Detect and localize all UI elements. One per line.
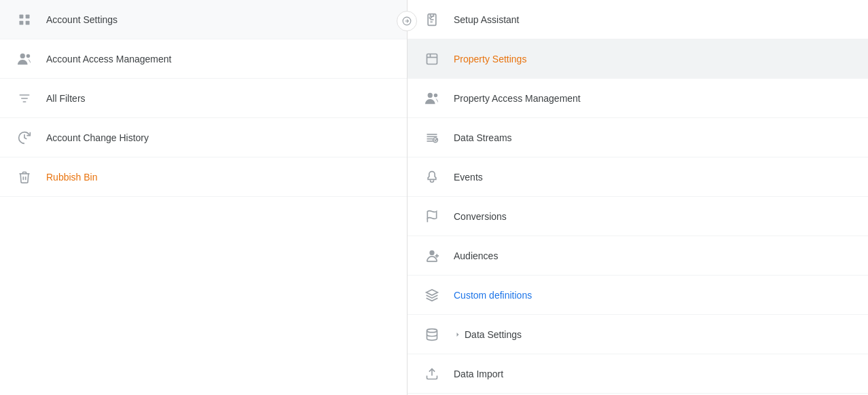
svg-rect-3 [26, 20, 30, 24]
sidebar-item-label: Setup Assistant [454, 14, 520, 25]
page-icon [424, 51, 440, 67]
grid-icon [16, 12, 33, 28]
sidebar-item-setup-assistant[interactable]: Setup Assistant [408, 0, 868, 39]
svg-rect-0 [20, 14, 24, 18]
sidebar-item-label: Custom definitions [454, 290, 532, 301]
upload-icon [424, 366, 440, 382]
people-icon [424, 90, 440, 107]
expand-arrow-icon [454, 331, 462, 339]
svg-point-25 [429, 250, 434, 255]
sidebar-item-conversions[interactable]: Conversions [408, 197, 868, 236]
sidebar-item-label: Data Settings [465, 329, 522, 340]
svg-point-17 [428, 92, 433, 97]
sidebar-item-all-filters[interactable]: All Filters [0, 79, 407, 118]
svg-point-4 [20, 53, 25, 58]
sidebar-item-data-import[interactable]: Data Import [408, 354, 868, 394]
svg-point-5 [26, 54, 30, 57]
sidebar-item-label: Account Access Management [46, 54, 171, 64]
sidebar-item-account-access-management[interactable]: Account Access Management [0, 39, 407, 79]
sidebar-item-label: Account Change History [46, 132, 149, 143]
right-panel: Setup Assistant Property Settings Proper… [408, 0, 868, 395]
filter-icon [16, 90, 33, 107]
sidebar-item-label: Account Settings [46, 14, 117, 25]
history-icon [16, 130, 33, 146]
svg-rect-14 [427, 54, 437, 64]
sidebar-item-label: Conversions [454, 211, 507, 222]
sidebar-item-label: Rubbish Bin [46, 172, 98, 183]
touch-icon [424, 169, 440, 185]
sidebar-item-events[interactable]: Events [408, 157, 868, 197]
flag-icon [424, 208, 440, 225]
sidebar-item-custom-definitions[interactable]: Custom definitions [408, 276, 868, 315]
clipboard-icon [424, 12, 440, 28]
sidebar-item-label: Audiences [454, 250, 498, 261]
svg-point-29 [427, 328, 437, 332]
left-panel: Account Settings Account Access Manageme… [0, 0, 408, 395]
sidebar-item-data-settings[interactable]: Data Settings [408, 315, 868, 354]
sidebar-item-data-streams[interactable]: Data Streams [408, 118, 868, 157]
sidebar-item-label: Property Settings [454, 54, 526, 64]
sidebar-item-account-settings[interactable]: Account Settings [0, 0, 407, 39]
sidebar-item-label: Events [454, 172, 483, 183]
database-icon [424, 326, 440, 343]
sidebar-item-account-change-history[interactable]: Account Change History [0, 118, 407, 157]
trash-icon [16, 169, 33, 185]
svg-point-18 [434, 93, 437, 96]
streams-icon [424, 130, 440, 146]
people-icon [16, 51, 33, 67]
svg-rect-1 [26, 14, 30, 18]
sidebar-item-property-settings[interactable]: Property Settings [408, 39, 868, 79]
custom-icon [424, 287, 440, 303]
panel-divider-arrow [397, 11, 417, 31]
sidebar-item-audiences[interactable]: Audiences [408, 236, 868, 276]
audiences-icon [424, 248, 440, 264]
sidebar-item-rubbish-bin[interactable]: Rubbish Bin [0, 157, 407, 197]
sidebar-item-label: All Filters [46, 93, 86, 104]
svg-rect-2 [20, 20, 24, 24]
sidebar-item-label: Data Import [454, 369, 503, 379]
sidebar-item-property-access-management[interactable]: Property Access Management [408, 79, 868, 118]
sidebar-item-label: Property Access Management [454, 93, 581, 104]
sidebar-item-label: Data Streams [454, 132, 512, 143]
